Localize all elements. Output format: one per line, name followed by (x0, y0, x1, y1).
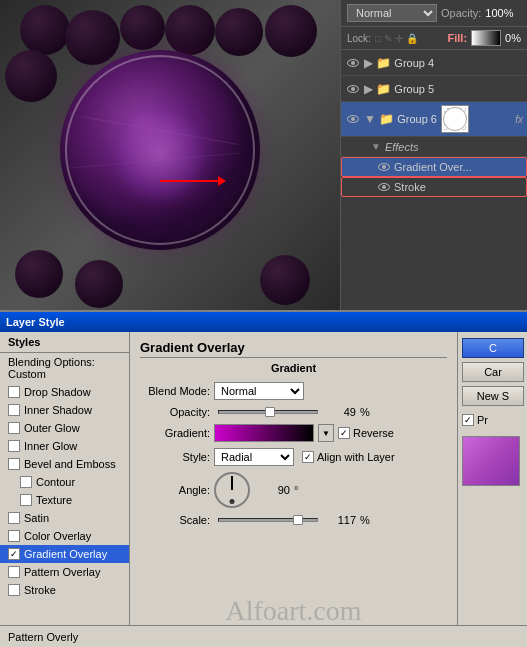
grape-small-6 (265, 5, 317, 57)
style-stroke[interactable]: Stroke (0, 581, 129, 599)
align-layer-checkbox[interactable] (302, 451, 314, 463)
styles-panel: Styles Blending Options: Custom Drop Sha… (0, 332, 130, 647)
gradient-overlay-content: Gradient Overlay Gradient Blend Mode: No… (130, 332, 457, 647)
checkbox-inner-shadow[interactable] (8, 404, 20, 416)
align-layer-checkbox-label: Align with Layer (302, 451, 395, 463)
checkbox-inner-glow[interactable] (8, 440, 20, 452)
go-opacity-value: 49 (326, 406, 356, 418)
blend-mode-label: Blend Mode: (140, 385, 210, 397)
style-dropdown[interactable]: Radial Linear Angle Reflected Diamond (214, 448, 294, 466)
lock-all-icon[interactable]: 🔒 (406, 33, 418, 44)
style-bevel-emboss[interactable]: Bevel and Emboss (0, 455, 129, 473)
style-satin[interactable]: Satin (0, 509, 129, 527)
grape-small-4 (165, 5, 215, 55)
checkbox-drop-shadow[interactable] (8, 386, 20, 398)
style-drop-shadow[interactable]: Drop Shadow (0, 383, 129, 401)
style-stroke-label: Stroke (24, 584, 56, 596)
fx-badge: fx (515, 114, 523, 125)
blend-mode-row: Blend Mode: Normal (140, 382, 447, 400)
style-blending-options[interactable]: Blending Options: Custom (0, 353, 129, 383)
gradient-bar-container: ▼ (214, 424, 334, 442)
layer-eye-group4[interactable] (345, 55, 361, 71)
eye-icon-group5 (347, 85, 359, 93)
checkbox-stroke[interactable] (8, 584, 20, 596)
effects-triangle: ▼ (371, 141, 381, 152)
opacity-label: Opacity: (441, 7, 481, 19)
cancel-button[interactable]: Car (462, 362, 524, 382)
style-color-overlay[interactable]: Color Overlay (0, 527, 129, 545)
lock-transparency-icon[interactable]: □ (375, 33, 381, 44)
align-layer-label: Align with Layer (317, 451, 395, 463)
lock-move-icon[interactable]: ✛ (395, 33, 403, 44)
layer-eye-group5[interactable] (345, 81, 361, 97)
checkbox-contour[interactable] (20, 476, 32, 488)
opacity-slider-track[interactable] (218, 410, 318, 414)
style-gradient-overlay[interactable]: Gradient Overlay (0, 545, 129, 563)
lock-icons: □ ✎ ✛ 🔒 (375, 33, 418, 44)
angle-row: Angle: 90 ° (140, 472, 447, 508)
style-outer-glow-label: Outer Glow (24, 422, 80, 434)
folder-icon-group6: ▼ 📁 (364, 112, 394, 126)
ok-button[interactable]: C (462, 338, 524, 358)
style-outer-glow[interactable]: Outer Glow (0, 419, 129, 437)
eye-icon-group4 (347, 59, 359, 67)
canvas-area[interactable] (0, 0, 340, 310)
effect-stroke[interactable]: Stroke (341, 177, 527, 197)
layer-name-group6: Group 6 (397, 113, 437, 125)
scale-unit: % (360, 514, 370, 526)
checkbox-pattern-overlay[interactable] (8, 566, 20, 578)
opacity-row: Opacity: 49 % (140, 406, 447, 418)
layer-style-dialog: Layer Style Styles Blending Options: Cus… (0, 310, 527, 647)
lock-paint-icon[interactable]: ✎ (384, 33, 392, 44)
preview-checkbox[interactable] (462, 414, 474, 426)
layers-toolbar: Normal Opacity: 100% (341, 0, 527, 27)
blend-mode-select[interactable]: Normal (347, 4, 437, 22)
style-inner-shadow-label: Inner Shadow (24, 404, 92, 416)
grape-small-9 (260, 255, 310, 305)
dialog-title: Layer Style (6, 316, 65, 328)
photoshop-workspace: Normal Opacity: 100% Lock: □ ✎ ✛ 🔒 Fill:… (0, 0, 527, 310)
layer-group4[interactable]: ▶ 📁 Group 4 (341, 50, 527, 76)
stroke-label: Stroke (394, 181, 426, 193)
layers-panel: Normal Opacity: 100% Lock: □ ✎ ✛ 🔒 Fill:… (340, 0, 527, 310)
scale-slider-track[interactable] (218, 518, 318, 522)
go-opacity-unit: % (360, 406, 370, 418)
reverse-checkbox[interactable] (338, 427, 350, 439)
scale-label: Scale: (140, 514, 210, 526)
layer-name-group5: Group 5 (394, 83, 434, 95)
style-satin-label: Satin (24, 512, 49, 524)
eye-icon-stroke[interactable] (378, 183, 390, 191)
checkbox-color-overlay[interactable] (8, 530, 20, 542)
fill-row: Lock: □ ✎ ✛ 🔒 Fill: 0% (341, 27, 527, 50)
layer-eye-group6[interactable] (345, 111, 361, 127)
style-inner-shadow[interactable]: Inner Shadow (0, 401, 129, 419)
style-bevel-emboss-label: Bevel and Emboss (24, 458, 116, 470)
opacity-value: 100% (485, 7, 513, 19)
checkbox-texture[interactable] (20, 494, 32, 506)
blend-mode-dropdown[interactable]: Normal (214, 382, 304, 400)
style-inner-glow[interactable]: Inner Glow (0, 437, 129, 455)
eye-icon-gradient-overlay[interactable] (378, 163, 390, 171)
scale-slider-thumb[interactable] (293, 515, 303, 525)
checkbox-outer-glow[interactable] (8, 422, 20, 434)
opacity-slider-thumb[interactable] (265, 407, 275, 417)
gradient-bar[interactable] (214, 424, 314, 442)
layer-name-group4: Group 4 (394, 57, 434, 69)
style-pattern-overlay[interactable]: Pattern Overlay (0, 563, 129, 581)
new-style-button[interactable]: New S (462, 386, 524, 406)
angle-dial[interactable] (214, 472, 250, 508)
checkbox-bevel-emboss[interactable] (8, 458, 20, 470)
effect-gradient-overlay[interactable]: Gradient Over... (341, 157, 527, 177)
gradient-dropdown-btn[interactable]: ▼ (318, 424, 334, 442)
reverse-label: Reverse (353, 427, 394, 439)
style-gradient-overlay-label: Gradient Overlay (24, 548, 107, 560)
checkbox-satin[interactable] (8, 512, 20, 524)
checkbox-gradient-overlay[interactable] (8, 548, 20, 560)
style-row: Style: Radial Linear Angle Reflected Dia… (140, 448, 447, 466)
style-contour[interactable]: Contour (0, 473, 129, 491)
effects-label: Effects (385, 141, 419, 153)
grape-small-1 (20, 5, 70, 55)
layer-group5[interactable]: ▶ 📁 Group 5 (341, 76, 527, 102)
layer-group6[interactable]: ▼ 📁 Group 6 fx (341, 102, 527, 137)
style-texture[interactable]: Texture (0, 491, 129, 509)
